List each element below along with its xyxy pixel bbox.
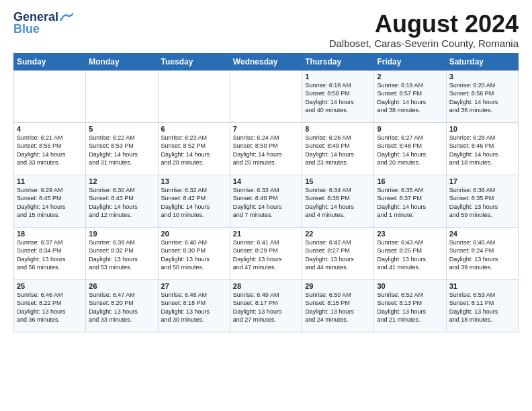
calendar-cell: 3Sunrise: 6:20 AM Sunset: 8:56 PM Daylig… xyxy=(446,70,518,122)
header-thursday: Thursday xyxy=(302,53,374,70)
calendar-cell: 8Sunrise: 6:26 AM Sunset: 8:49 PM Daylig… xyxy=(302,122,374,175)
calendar-cell: 2Sunrise: 6:19 AM Sunset: 8:57 PM Daylig… xyxy=(374,70,446,122)
calendar-cell: 4Sunrise: 6:21 AM Sunset: 8:55 PM Daylig… xyxy=(14,122,86,175)
calendar-cell: 21Sunrise: 6:41 AM Sunset: 8:29 PM Dayli… xyxy=(230,227,302,279)
day-info: Sunrise: 6:50 AM Sunset: 8:15 PM Dayligh… xyxy=(305,291,354,324)
day-number: 7 xyxy=(233,125,299,133)
day-number: 15 xyxy=(305,177,371,185)
day-number: 13 xyxy=(161,177,227,185)
calendar-cell: 9Sunrise: 6:27 AM Sunset: 8:48 PM Daylig… xyxy=(374,122,446,175)
calendar-cell: 10Sunrise: 6:28 AM Sunset: 8:46 PM Dayli… xyxy=(446,122,518,175)
day-info: Sunrise: 6:34 AM Sunset: 8:38 PM Dayligh… xyxy=(305,187,354,219)
day-number: 4 xyxy=(17,125,83,133)
day-info: Sunrise: 6:42 AM Sunset: 8:27 PM Dayligh… xyxy=(305,239,354,271)
calendar-cell: 29Sunrise: 6:50 AM Sunset: 8:15 PM Dayli… xyxy=(302,279,374,332)
day-info: Sunrise: 6:40 AM Sunset: 8:30 PM Dayligh… xyxy=(161,239,210,271)
day-info: Sunrise: 6:46 AM Sunset: 8:22 PM Dayligh… xyxy=(17,291,66,324)
logo: General Blue xyxy=(13,11,73,35)
calendar-cell xyxy=(86,70,158,122)
header-monday: Monday xyxy=(86,53,158,70)
day-number: 10 xyxy=(449,125,515,133)
day-info: Sunrise: 6:20 AM Sunset: 8:56 PM Dayligh… xyxy=(449,82,498,114)
day-info: Sunrise: 6:19 AM Sunset: 8:57 PM Dayligh… xyxy=(377,82,426,114)
day-number: 26 xyxy=(89,282,154,290)
day-number: 28 xyxy=(233,282,299,290)
page: General Blue August 2024 Dalboset, Caras… xyxy=(0,0,532,339)
day-info: Sunrise: 6:35 AM Sunset: 8:37 PM Dayligh… xyxy=(377,187,426,219)
day-info: Sunrise: 6:30 AM Sunset: 8:43 PM Dayligh… xyxy=(89,187,138,219)
day-number: 2 xyxy=(377,73,443,81)
day-info: Sunrise: 6:28 AM Sunset: 8:46 PM Dayligh… xyxy=(449,134,498,167)
day-info: Sunrise: 6:24 AM Sunset: 8:50 PM Dayligh… xyxy=(233,134,282,167)
header-friday: Friday xyxy=(374,53,446,70)
day-number: 8 xyxy=(305,125,371,133)
calendar-cell: 15Sunrise: 6:34 AM Sunset: 8:38 PM Dayli… xyxy=(302,175,374,227)
calendar-cell: 31Sunrise: 6:53 AM Sunset: 8:11 PM Dayli… xyxy=(446,279,518,332)
logo-blue: Blue xyxy=(13,23,40,35)
calendar-cell: 1Sunrise: 6:18 AM Sunset: 8:58 PM Daylig… xyxy=(302,70,374,122)
calendar-cell: 28Sunrise: 6:49 AM Sunset: 8:17 PM Dayli… xyxy=(230,279,302,332)
header-sunday: Sunday xyxy=(14,53,86,70)
calendar-cell: 24Sunrise: 6:45 AM Sunset: 8:24 PM Dayli… xyxy=(446,227,518,279)
calendar-cell: 17Sunrise: 6:36 AM Sunset: 8:35 PM Dayli… xyxy=(446,175,518,227)
calendar-cell xyxy=(14,70,86,122)
day-number: 30 xyxy=(377,282,443,290)
day-info: Sunrise: 6:37 AM Sunset: 8:34 PM Dayligh… xyxy=(17,239,66,271)
day-number: 12 xyxy=(89,177,154,185)
day-info: Sunrise: 6:48 AM Sunset: 8:18 PM Dayligh… xyxy=(161,291,210,324)
day-info: Sunrise: 6:33 AM Sunset: 8:40 PM Dayligh… xyxy=(233,187,282,219)
day-number: 11 xyxy=(17,177,83,185)
calendar-cell: 14Sunrise: 6:33 AM Sunset: 8:40 PM Dayli… xyxy=(230,175,302,227)
calendar-cell: 6Sunrise: 6:23 AM Sunset: 8:52 PM Daylig… xyxy=(158,122,230,175)
day-info: Sunrise: 6:32 AM Sunset: 8:42 PM Dayligh… xyxy=(161,187,210,219)
header-wednesday: Wednesday xyxy=(230,53,302,70)
day-number: 3 xyxy=(449,73,515,81)
week-row-4: 18Sunrise: 6:37 AM Sunset: 8:34 PM Dayli… xyxy=(14,227,519,279)
day-info: Sunrise: 6:39 AM Sunset: 8:32 PM Dayligh… xyxy=(89,239,138,271)
day-info: Sunrise: 6:27 AM Sunset: 8:48 PM Dayligh… xyxy=(377,134,426,167)
calendar-cell: 26Sunrise: 6:47 AM Sunset: 8:20 PM Dayli… xyxy=(86,279,158,332)
day-info: Sunrise: 6:21 AM Sunset: 8:55 PM Dayligh… xyxy=(17,134,66,167)
title-area: August 2024 Dalboset, Caras-Severin Coun… xyxy=(329,11,519,49)
day-info: Sunrise: 6:36 AM Sunset: 8:35 PM Dayligh… xyxy=(449,187,498,219)
calendar-cell xyxy=(158,70,230,122)
week-row-2: 4Sunrise: 6:21 AM Sunset: 8:55 PM Daylig… xyxy=(14,122,519,175)
day-info: Sunrise: 6:22 AM Sunset: 8:53 PM Dayligh… xyxy=(89,134,138,167)
day-info: Sunrise: 6:52 AM Sunset: 8:13 PM Dayligh… xyxy=(377,291,426,324)
logo-general: General xyxy=(13,11,58,23)
day-number: 18 xyxy=(17,230,83,238)
week-row-3: 11Sunrise: 6:29 AM Sunset: 8:45 PM Dayli… xyxy=(14,175,519,227)
day-number: 22 xyxy=(305,230,371,238)
day-number: 29 xyxy=(305,282,371,290)
calendar-cell: 5Sunrise: 6:22 AM Sunset: 8:53 PM Daylig… xyxy=(86,122,158,175)
day-info: Sunrise: 6:47 AM Sunset: 8:20 PM Dayligh… xyxy=(89,291,138,324)
header-tuesday: Tuesday xyxy=(158,53,230,70)
calendar-cell: 25Sunrise: 6:46 AM Sunset: 8:22 PM Dayli… xyxy=(14,279,86,332)
calendar-cell: 18Sunrise: 6:37 AM Sunset: 8:34 PM Dayli… xyxy=(14,227,86,279)
calendar-cell: 27Sunrise: 6:48 AM Sunset: 8:18 PM Dayli… xyxy=(158,279,230,332)
calendar-cell: 12Sunrise: 6:30 AM Sunset: 8:43 PM Dayli… xyxy=(86,175,158,227)
location-subtitle: Dalboset, Caras-Severin County, Romania xyxy=(329,38,519,49)
day-number: 31 xyxy=(449,282,515,290)
header-row: SundayMondayTuesdayWednesdayThursdayFrid… xyxy=(14,53,519,70)
day-number: 6 xyxy=(161,125,227,133)
calendar-cell: 19Sunrise: 6:39 AM Sunset: 8:32 PM Dayli… xyxy=(86,227,158,279)
week-row-1: 1Sunrise: 6:18 AM Sunset: 8:58 PM Daylig… xyxy=(14,70,519,122)
day-number: 21 xyxy=(233,230,299,238)
day-info: Sunrise: 6:18 AM Sunset: 8:58 PM Dayligh… xyxy=(305,82,354,114)
day-info: Sunrise: 6:49 AM Sunset: 8:17 PM Dayligh… xyxy=(233,291,282,324)
day-info: Sunrise: 6:45 AM Sunset: 8:24 PM Dayligh… xyxy=(449,239,498,271)
day-info: Sunrise: 6:53 AM Sunset: 8:11 PM Dayligh… xyxy=(449,291,498,324)
day-number: 27 xyxy=(161,282,227,290)
day-number: 20 xyxy=(161,230,227,238)
day-number: 16 xyxy=(377,177,443,185)
day-number: 14 xyxy=(233,177,299,185)
logo-bird-icon xyxy=(60,12,73,21)
day-info: Sunrise: 6:26 AM Sunset: 8:49 PM Dayligh… xyxy=(305,134,354,167)
day-number: 24 xyxy=(449,230,515,238)
month-year-title: August 2024 xyxy=(329,11,519,38)
calendar-table: SundayMondayTuesdayWednesdayThursdayFrid… xyxy=(13,53,519,332)
calendar-cell: 22Sunrise: 6:42 AM Sunset: 8:27 PM Dayli… xyxy=(302,227,374,279)
calendar-cell: 13Sunrise: 6:32 AM Sunset: 8:42 PM Dayli… xyxy=(158,175,230,227)
header-saturday: Saturday xyxy=(446,53,518,70)
